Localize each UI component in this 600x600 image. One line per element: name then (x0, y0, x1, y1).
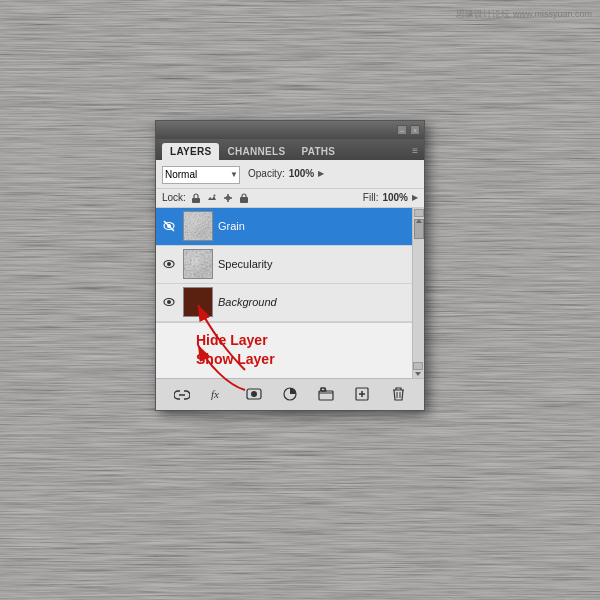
svg-line-2 (0, 53, 600, 55)
layer-visibility-background[interactable] (160, 293, 178, 311)
group-layers-button[interactable] (315, 383, 337, 405)
svg-rect-30 (184, 288, 213, 317)
svg-rect-27 (184, 250, 213, 279)
collapse-button[interactable]: – (397, 125, 407, 135)
svg-rect-37 (321, 388, 325, 391)
layers-list: Grain Specularity (156, 208, 424, 378)
svg-line-14 (0, 488, 600, 490)
delete-layer-button[interactable] (387, 383, 409, 405)
layer-thumbnail-background (183, 287, 213, 317)
add-adjustment-button[interactable] (279, 383, 301, 405)
svg-point-34 (251, 391, 257, 397)
opacity-arrow-icon[interactable]: ▶ (318, 169, 324, 178)
opacity-value: 100% (289, 168, 315, 179)
scroll-down-button[interactable] (413, 362, 423, 370)
svg-point-18 (213, 194, 215, 196)
blend-mode-select[interactable]: Normal Dissolve Multiply Screen Overlay (162, 166, 240, 184)
svg-line-1 (0, 30, 600, 32)
tabs-row: LAYERS CHANNELS PATHS ≡ (156, 139, 424, 160)
controls-row: Normal Dissolve Multiply Screen Overlay … (156, 160, 424, 189)
layer-visibility-specularity[interactable] (160, 255, 178, 273)
lock-row: Lock: Fill: 100% ▶ (156, 189, 424, 208)
lock-image-button[interactable] (206, 192, 218, 204)
tab-paths[interactable]: PATHS (293, 143, 343, 160)
lock-all-button[interactable] (238, 192, 250, 204)
add-style-button[interactable]: fx (207, 383, 229, 405)
tab-layers[interactable]: LAYERS (162, 143, 219, 160)
svg-rect-24 (184, 212, 213, 241)
bottom-toolbar: fx (156, 378, 424, 410)
svg-point-26 (167, 262, 171, 266)
hide-layer-label: Hide Layer (196, 331, 408, 351)
show-layer-label: Show Layer (196, 350, 408, 370)
title-bar: – × (156, 121, 424, 139)
layer-item-specularity[interactable]: Specularity (156, 246, 424, 284)
svg-point-29 (167, 300, 171, 304)
fill-value: 100% (382, 192, 408, 203)
svg-line-16 (0, 563, 600, 565)
layers-panel: – × LAYERS CHANNELS PATHS ≡ Normal Disso… (155, 120, 425, 411)
layer-item-grain[interactable]: Grain (156, 208, 424, 246)
layer-name-grain: Grain (218, 220, 420, 232)
svg-rect-17 (192, 198, 200, 203)
svg-line-4 (0, 104, 600, 105)
new-layer-button[interactable] (351, 383, 373, 405)
opacity-label: Opacity: (248, 168, 285, 179)
svg-text:fx: fx (211, 388, 219, 400)
scroll-up-button[interactable] (414, 209, 424, 217)
layer-name-background: Background (218, 296, 411, 308)
scrollbar[interactable] (412, 208, 424, 378)
svg-line-13 (0, 450, 600, 452)
layer-visibility-grain[interactable] (160, 217, 178, 235)
layer-thumbnail-grain (183, 211, 213, 241)
svg-rect-36 (319, 391, 333, 400)
tab-channels[interactable]: CHANNELS (219, 143, 293, 160)
lock-label: Lock: (162, 192, 186, 203)
layer-thumbnail-specularity (183, 249, 213, 279)
blend-mode-wrapper[interactable]: Normal Dissolve Multiply Screen Overlay … (162, 164, 240, 184)
lock-pixel-button[interactable] (190, 192, 202, 204)
svg-line-3 (0, 80, 600, 82)
watermark: 思缘设计论坛 www.missyuan.com (456, 8, 592, 21)
layer-name-specularity: Specularity (218, 258, 420, 270)
fill-label: Fill: (363, 192, 379, 203)
fill-arrow-icon[interactable]: ▶ (412, 193, 418, 202)
close-button[interactable]: × (410, 125, 420, 135)
svg-rect-20 (240, 197, 248, 203)
lock-position-button[interactable] (222, 192, 234, 204)
svg-line-15 (0, 530, 600, 532)
layer-item-background[interactable]: Background (156, 284, 424, 322)
annotation-area: Hide Layer Show Layer (156, 322, 424, 378)
panel-menu-icon[interactable]: ≡ (412, 145, 418, 156)
add-mask-button[interactable] (243, 383, 265, 405)
link-layers-button[interactable] (171, 383, 193, 405)
